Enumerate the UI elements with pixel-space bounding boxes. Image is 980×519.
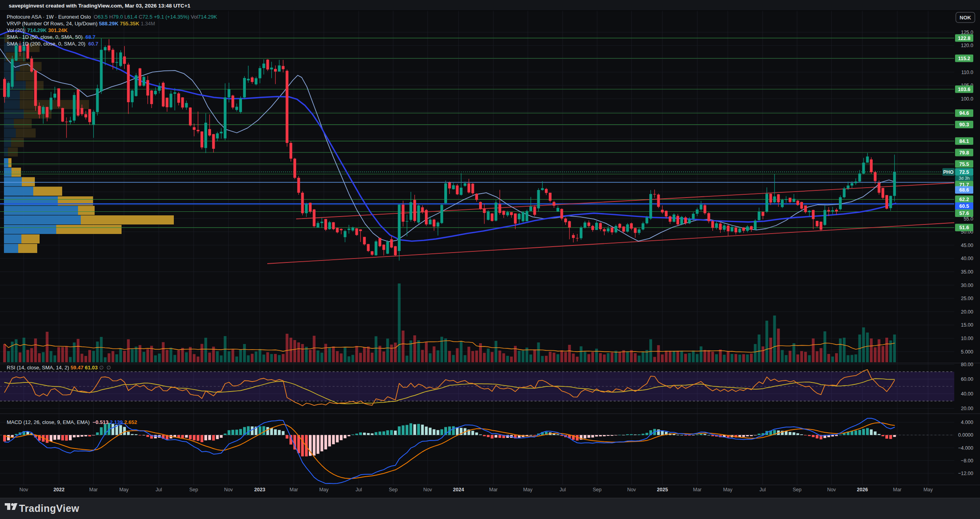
svg-text:51.6: 51.6 xyxy=(959,225,969,230)
svg-text:15.00: 15.00 xyxy=(961,322,973,328)
svg-text:2022: 2022 xyxy=(53,487,65,492)
svg-text:2023: 2023 xyxy=(254,487,265,492)
svg-text:100.0: 100.0 xyxy=(961,96,973,102)
svg-text:Nov: Nov xyxy=(827,487,836,492)
svg-text:VRVP (Number Of Rows, 24, Up/D: VRVP (Number Of Rows, 24, Up/Down) 588.2… xyxy=(7,21,155,27)
svg-text:68.6: 68.6 xyxy=(959,187,969,193)
svg-text:84.1: 84.1 xyxy=(959,139,969,144)
svg-text:Mar: Mar xyxy=(489,487,498,492)
svg-text:Nov: Nov xyxy=(423,487,432,492)
svg-text:45.00: 45.00 xyxy=(961,243,973,248)
svg-text:savepiginvest created with Tra: savepiginvest created with TradingView.c… xyxy=(9,3,190,9)
svg-text:72.5: 72.5 xyxy=(959,169,969,175)
svg-text:30.00: 30.00 xyxy=(961,283,973,288)
svg-text:62.2: 62.2 xyxy=(959,197,969,202)
svg-text:Sep: Sep xyxy=(389,487,398,492)
svg-text:Photocure ASA · 1W · Euronext: Photocure ASA · 1W · Euronext Oslo O63.5… xyxy=(7,14,217,20)
svg-text:Mar: Mar xyxy=(289,487,298,492)
svg-text:75.5: 75.5 xyxy=(959,162,969,167)
svg-text:35.00: 35.00 xyxy=(961,269,973,275)
svg-text:40.00: 40.00 xyxy=(961,391,973,397)
svg-text:2024: 2024 xyxy=(453,487,464,492)
svg-text:79.8: 79.8 xyxy=(959,150,969,156)
svg-text:80.00: 80.00 xyxy=(961,362,973,367)
svg-text:120.0: 120.0 xyxy=(961,43,973,48)
svg-text:94.6: 94.6 xyxy=(959,110,969,116)
svg-text:Mar: Mar xyxy=(893,487,902,492)
svg-text:TradingView: TradingView xyxy=(19,503,79,514)
svg-text:10.00: 10.00 xyxy=(961,336,973,341)
svg-text:0.0000: 0.0000 xyxy=(958,432,973,438)
svg-text:5.000: 5.000 xyxy=(961,349,973,355)
svg-text:Nov: Nov xyxy=(224,487,233,492)
svg-text:Jul: Jul xyxy=(156,487,162,492)
svg-text:Sep: Sep xyxy=(793,487,801,492)
svg-text:MACD (12, 26, close, 9, EMA, E: MACD (12, 26, close, 9, EMA, EMA) −0.513… xyxy=(7,419,137,425)
svg-text:115.2: 115.2 xyxy=(958,56,970,61)
svg-text:Vol (20)| 714.29K 301.24K: Vol (20)| 714.29K 301.24K xyxy=(7,27,68,33)
svg-text:May: May xyxy=(523,487,533,492)
svg-text:57.6: 57.6 xyxy=(959,211,969,216)
svg-text:4.000: 4.000 xyxy=(961,420,973,425)
svg-text:60.5: 60.5 xyxy=(959,203,969,209)
svg-text:122.8: 122.8 xyxy=(958,36,970,41)
svg-text:25.00: 25.00 xyxy=(961,296,973,301)
svg-text:Mar: Mar xyxy=(89,487,98,492)
svg-text:NOK: NOK xyxy=(960,15,972,21)
svg-text:20.00: 20.00 xyxy=(961,406,973,411)
svg-text:2026: 2026 xyxy=(857,487,868,492)
svg-text:20.00: 20.00 xyxy=(961,309,973,315)
svg-text:May: May xyxy=(119,487,129,492)
svg-text:−4.000: −4.000 xyxy=(958,445,973,451)
svg-text:Jul: Jul xyxy=(559,487,566,492)
svg-text:103.6: 103.6 xyxy=(958,87,970,92)
svg-text:Sep: Sep xyxy=(189,487,198,492)
svg-text:110.0: 110.0 xyxy=(961,70,973,75)
svg-text:Jul: Jul xyxy=(356,487,362,492)
svg-text:90.3: 90.3 xyxy=(959,122,969,127)
svg-text:May: May xyxy=(319,487,329,492)
svg-text:Sep: Sep xyxy=(593,487,601,492)
svg-text:2025: 2025 xyxy=(657,487,668,492)
svg-text:−12.00: −12.00 xyxy=(958,471,973,476)
svg-text:RSI (14, close, SMA, 14, 2) 59: RSI (14, close, SMA, 14, 2) 59.47 61.03 … xyxy=(7,365,111,371)
svg-text:Mar: Mar xyxy=(693,487,702,492)
svg-text:May: May xyxy=(723,487,733,492)
svg-text:Nov: Nov xyxy=(627,487,636,492)
svg-text:PHO: PHO xyxy=(943,169,953,175)
svg-text:SMA · 1D (50, close, 0, SMA, 5: SMA · 1D (50, close, 0, SMA, 50) 68.7 xyxy=(7,34,95,40)
svg-text:May: May xyxy=(923,487,933,492)
svg-text:−8.00: −8.00 xyxy=(961,458,973,464)
svg-text:Nov: Nov xyxy=(19,487,29,492)
svg-text:SMA · 1D (200, close, 0, SMA,: SMA · 1D (200, close, 0, SMA, 20) 60.7 xyxy=(7,41,98,47)
svg-text:3d 3h: 3d 3h xyxy=(959,176,970,181)
svg-text:60.00: 60.00 xyxy=(961,376,973,382)
svg-text:40.00: 40.00 xyxy=(961,256,973,261)
svg-text:Jul: Jul xyxy=(759,487,766,492)
